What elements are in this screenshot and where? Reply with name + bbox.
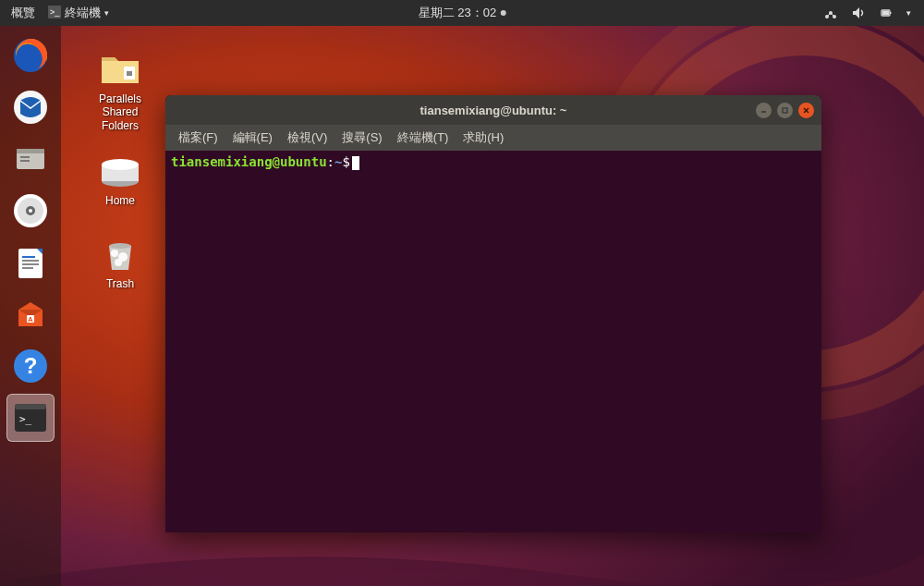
- svg-point-42: [109, 243, 131, 249]
- system-menu-chevron-icon[interactable]: ▾: [906, 8, 911, 18]
- svg-text:A: A: [28, 315, 33, 324]
- help-icon: ?: [11, 347, 50, 385]
- svg-point-43: [111, 250, 118, 257]
- writer-icon: [11, 243, 50, 282]
- files-icon: [11, 140, 50, 178]
- svg-text:>_: >_: [19, 413, 32, 425]
- minimize-icon: [760, 106, 768, 115]
- dock-thunderbird[interactable]: [6, 83, 55, 131]
- svg-rect-18: [20, 156, 30, 158]
- svg-rect-27: [22, 260, 39, 262]
- dock-help[interactable]: ?: [6, 342, 55, 390]
- dock-files[interactable]: [6, 135, 55, 183]
- menu-file[interactable]: 檔案(F): [175, 128, 222, 148]
- svg-rect-29: [22, 267, 33, 269]
- dock-terminal[interactable]: >_: [6, 394, 55, 442]
- desktop-icon-home[interactable]: Home: [83, 148, 157, 207]
- svg-rect-35: [15, 404, 46, 409]
- menu-terminal[interactable]: 終端機(T): [394, 128, 453, 148]
- window-minimize-button[interactable]: [756, 103, 772, 118]
- svg-rect-47: [783, 108, 787, 113]
- notification-dot-icon: [500, 10, 505, 16]
- terminal-content-area[interactable]: tiansemixiang@ubuntu:~$: [165, 151, 821, 532]
- svg-rect-17: [17, 149, 44, 153]
- folder-icon: [98, 46, 142, 91]
- window-title-bar[interactable]: tiansemixiang@ubuntu: ~: [165, 95, 821, 125]
- thunderbird-icon: [11, 88, 50, 127]
- dock-software[interactable]: A: [6, 290, 55, 338]
- svg-text:?: ?: [24, 353, 38, 378]
- terminal-window: tiansemixiang@ubuntu: ~ 檔案(F) 編輯(E) 檢視(V…: [165, 95, 821, 532]
- svg-line-9: [831, 13, 834, 17]
- svg-point-45: [115, 259, 122, 266]
- desktop-icon-label: Trash: [106, 277, 134, 290]
- maximize-icon: [781, 106, 789, 115]
- terminal-icon: >_: [48, 6, 61, 21]
- svg-marker-10: [853, 7, 859, 18]
- menu-help[interactable]: 求助(H): [459, 128, 507, 148]
- activities-button[interactable]: 概覽: [11, 5, 35, 21]
- terminal-icon: >_: [11, 398, 50, 437]
- top-panel: 概覽 >_ 終端機 ▾ 星期二 23：02 ▾: [0, 0, 924, 26]
- rhythmbox-icon: [11, 191, 50, 230]
- dock-libreoffice-writer[interactable]: [6, 238, 55, 287]
- svg-point-23: [29, 209, 32, 213]
- window-close-button[interactable]: [798, 103, 814, 118]
- launcher-dock: A ? >_: [0, 26, 61, 586]
- svg-rect-12: [890, 12, 892, 14]
- trash-icon: [98, 231, 142, 275]
- prompt-separator: :: [327, 154, 334, 169]
- menu-edit[interactable]: 編輯(E): [229, 128, 276, 148]
- app-menu[interactable]: >_ 終端機 ▾: [48, 5, 109, 21]
- window-title: tiansemixiang@ubuntu: ~: [420, 104, 567, 117]
- menu-search[interactable]: 搜尋(S): [338, 128, 385, 148]
- dock-firefox[interactable]: [6, 31, 55, 79]
- close-icon: [802, 106, 810, 115]
- svg-rect-19: [20, 160, 30, 162]
- svg-text:>_: >_: [50, 7, 60, 17]
- firefox-icon: [11, 36, 50, 75]
- network-icon[interactable]: [823, 6, 838, 20]
- svg-rect-13: [882, 11, 889, 15]
- desktop-icon-parallels[interactable]: Parallels Shared Folders: [83, 46, 157, 132]
- dock-rhythmbox[interactable]: [6, 187, 55, 235]
- desktop-icon-label: Parallels Shared Folders: [99, 92, 141, 132]
- battery-icon[interactable]: [879, 6, 894, 20]
- chevron-down-icon: ▾: [104, 8, 109, 18]
- terminal-cursor: [352, 156, 359, 170]
- clock-area[interactable]: 星期二 23：02: [419, 5, 506, 21]
- svg-rect-38: [127, 71, 132, 76]
- window-maximize-button[interactable]: [777, 103, 793, 118]
- terminal-menu-bar: 檔案(F) 編輯(E) 檢視(V) 搜尋(S) 終端機(T) 求助(H): [165, 125, 821, 151]
- menu-view[interactable]: 檢視(V): [284, 128, 331, 148]
- drive-icon: [98, 148, 142, 192]
- svg-point-41: [102, 159, 139, 170]
- software-icon: A: [11, 295, 50, 334]
- prompt-symbol: $: [342, 154, 349, 169]
- prompt-user-host: tiansemixiang@ubuntu: [171, 154, 327, 169]
- app-menu-label: 終端機: [65, 5, 101, 21]
- svg-rect-26: [22, 256, 35, 258]
- clock-label: 星期二 23：02: [419, 5, 497, 21]
- desktop-icon-trash[interactable]: Trash: [83, 231, 157, 290]
- svg-rect-28: [22, 263, 39, 265]
- desktop-icon-label: Home: [105, 194, 135, 207]
- volume-icon[interactable]: [851, 6, 866, 20]
- svg-line-8: [827, 13, 831, 17]
